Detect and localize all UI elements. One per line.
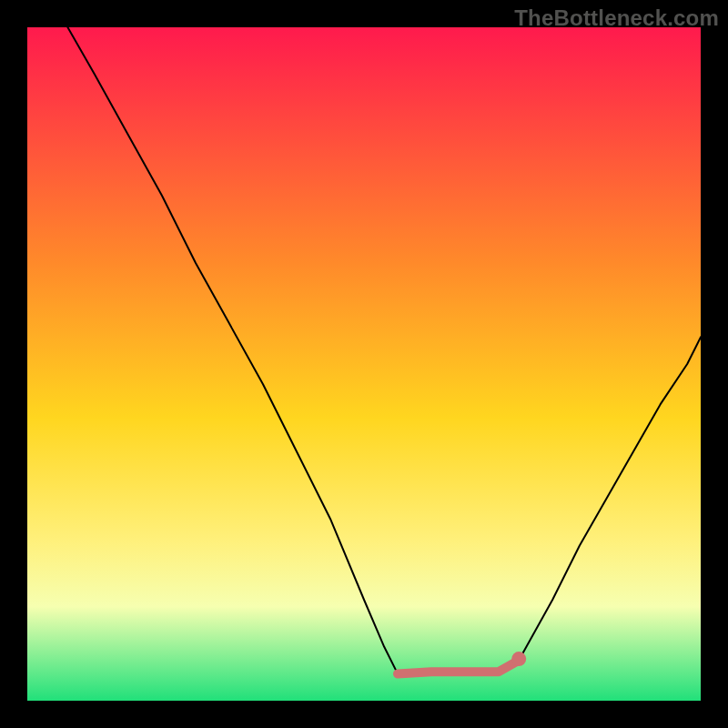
chart-frame: TheBottleneck.com xyxy=(0,0,728,728)
watermark-text: TheBottleneck.com xyxy=(514,5,719,31)
plot-area xyxy=(27,27,701,701)
valley-dot xyxy=(511,652,526,666)
chart-svg xyxy=(27,27,701,701)
